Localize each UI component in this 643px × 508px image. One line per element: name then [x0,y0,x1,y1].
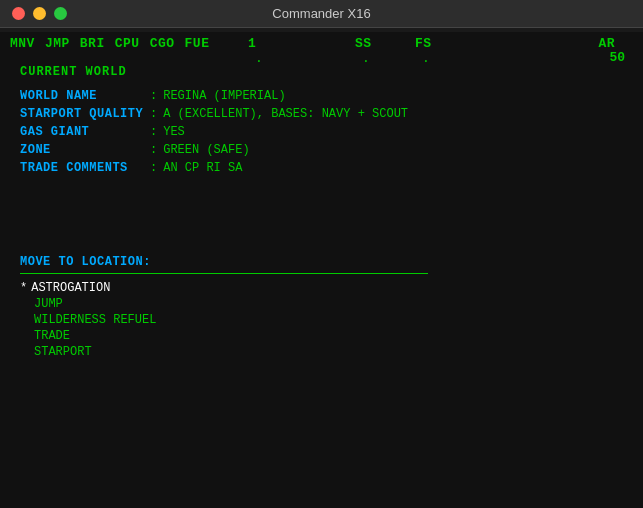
colon-gas-giant: : [150,125,157,139]
colon-starport: : [150,107,157,121]
menu-text-starport: STARPORT [34,345,92,359]
nav-dot-ss: . [362,51,370,66]
menu-text-astrogation: ASTROGATION [31,281,110,295]
menu-pointer: * [20,281,27,295]
move-section: MOVE TO LOCATION: * ASTROGATION JUMP WIL… [20,255,623,360]
field-world-name: WORLD NAME : REGINA (IMPERIAL) [20,89,623,103]
field-trade-comments: TRADE COMMENTS : AN CP RI SA [20,161,623,175]
nav-item-mnv[interactable]: MNV [10,36,35,51]
nav-bar: MNV JMP BRI CPU CGO FUE 1 SS FS AR 50 [0,32,643,51]
label-trade-comments: TRADE COMMENTS [20,161,150,175]
menu-text-jump: JUMP [34,297,63,311]
value-world-name: REGINA (IMPERIAL) [163,89,285,103]
value-starport: A (EXCELLENT), BASES: NAVY + SCOUT [163,107,408,121]
value-zone: GREEN (SAFE) [163,143,249,157]
move-underline [20,273,428,274]
terminal: MNV JMP BRI CPU CGO FUE 1 SS FS AR 50 . … [0,32,643,508]
colon-zone: : [150,143,157,157]
world-fields: WORLD NAME : REGINA (IMPERIAL) STARPORT … [20,89,623,175]
menu-text-wilderness: WILDERNESS REFUEL [34,313,156,327]
label-world-name: WORLD NAME [20,89,150,103]
nav-dot-fs: . [422,51,430,66]
field-zone: ZONE : GREEN (SAFE) [20,143,623,157]
nav-item-bri[interactable]: BRI [80,36,105,51]
move-label: MOVE TO LOCATION: [20,255,623,269]
label-zone: ZONE [20,143,150,157]
nav-item-cpu[interactable]: CPU [115,36,140,51]
nav-number: 1 [248,36,256,51]
menu-text-trade: TRADE [34,329,70,343]
nav-ar-value: 50 [609,50,625,65]
nav-ss[interactable]: SS [355,36,372,51]
value-gas-giant: YES [163,125,185,139]
nav-item-jmp[interactable]: JMP [45,36,70,51]
field-starport: STARPORT QUALITY : A (EXCELLENT), BASES:… [20,107,623,121]
nav-item-fue[interactable]: FUE [185,36,210,51]
nav-ar-label: AR [598,36,615,51]
value-trade-comments: AN CP RI SA [163,161,242,175]
colon-world-name: : [150,89,157,103]
window-title: Commander X16 [272,6,370,21]
nav-item-cgo[interactable]: CGO [150,36,175,51]
nav-dot-1: . [255,51,263,66]
nav-fs[interactable]: FS [415,36,432,51]
main-content: CURRENT WORLD WORLD NAME : REGINA (IMPER… [0,51,643,370]
colon-trade-comments: : [150,161,157,175]
menu-item-starport[interactable]: STARPORT [20,344,623,360]
close-button[interactable] [12,7,25,20]
field-gas-giant: GAS GIANT : YES [20,125,623,139]
minimize-button[interactable] [33,7,46,20]
menu-item-jump[interactable]: JUMP [20,296,623,312]
maximize-button[interactable] [54,7,67,20]
label-gas-giant: GAS GIANT [20,125,150,139]
section-title: CURRENT WORLD [20,65,623,79]
menu-item-wilderness-refuel[interactable]: WILDERNESS REFUEL [20,312,623,328]
label-starport: STARPORT QUALITY [20,107,150,121]
menu-item-astrogation[interactable]: * ASTROGATION [20,280,623,296]
window-controls [12,7,67,20]
menu-item-trade[interactable]: TRADE [20,328,623,344]
title-bar: Commander X16 [0,0,643,28]
